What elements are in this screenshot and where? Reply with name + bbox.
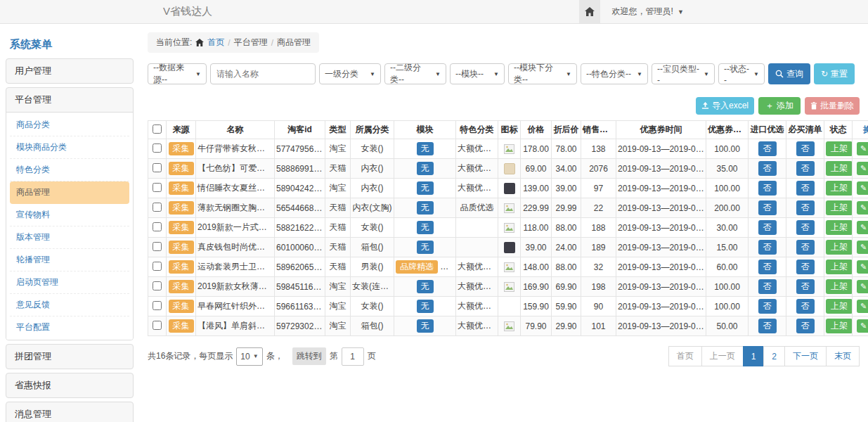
sidebar-item-splash-mgmt[interactable]: 启动页管理 <box>10 271 129 294</box>
import-select-toggle[interactable]: 否 <box>758 299 777 314</box>
edit-button[interactable]: ✎ <box>857 142 868 155</box>
status-button[interactable]: 上架 <box>826 240 853 255</box>
module-select[interactable]: --模块--▼ <box>450 63 505 84</box>
product-thumbnail <box>504 183 515 194</box>
next-page-button[interactable]: 下一页 <box>784 346 827 366</box>
must-buy-toggle[interactable]: 否 <box>796 240 815 255</box>
prev-page-button[interactable]: 上一页 <box>701 346 744 366</box>
import-select-toggle[interactable]: 否 <box>758 181 777 196</box>
category: 女装(连衣裙) <box>351 277 394 297</box>
sidebar-item-module-product-category[interactable]: 模块商品分类 <box>10 136 129 159</box>
jump-to-button[interactable]: 跳转到 <box>292 347 326 365</box>
sidebar-item-carousel-mgmt[interactable]: 轮播管理 <box>10 249 129 271</box>
data-source-select[interactable]: --数据来源--▼ <box>148 63 207 84</box>
edit-button[interactable]: ✎ <box>857 260 868 274</box>
select-all-checkbox[interactable] <box>153 124 162 134</box>
name-search-input[interactable] <box>210 63 316 84</box>
import-select-toggle[interactable]: 否 <box>758 161 777 176</box>
import-excel-button[interactable]: 导入excel <box>696 97 754 115</box>
per-page-select[interactable]: 10 ▼ <box>236 347 262 366</box>
reset-button[interactable]: ↻ 重置 <box>814 63 855 84</box>
feature-category: 大额优惠券 <box>456 139 498 159</box>
page-1-button[interactable]: 1 <box>743 346 765 366</box>
sidebar-item-user-mgmt[interactable]: 用户管理 <box>6 59 133 83</box>
must-buy-toggle[interactable]: 否 <box>796 260 815 274</box>
page-2-button[interactable]: 2 <box>763 346 785 366</box>
row-checkbox[interactable] <box>153 163 162 172</box>
discount-price: 34.00 <box>552 159 581 179</box>
must-buy-toggle[interactable]: 否 <box>796 141 815 156</box>
edit-button[interactable]: ✎ <box>857 162 868 175</box>
status-button[interactable]: 上架 <box>826 200 853 215</box>
status-button[interactable]: 上架 <box>826 220 853 235</box>
home-button[interactable] <box>579 0 600 23</box>
row-checkbox[interactable] <box>153 203 162 212</box>
table-row: 采集2019新款女秋薄款...598451162391淘宝女装(连衣裙)无大额优… <box>148 277 868 297</box>
row-checkbox[interactable] <box>153 242 162 251</box>
import-select-toggle[interactable]: 否 <box>758 220 777 235</box>
source-badge: 采集 <box>169 162 194 174</box>
edit-button[interactable]: ✎ <box>857 201 868 215</box>
breadcrumb-home-link[interactable]: 首页 <box>207 37 224 49</box>
edit-button[interactable]: ✎ <box>857 221 868 234</box>
first-page-button[interactable]: 首页 <box>668 346 702 366</box>
status-button[interactable]: 上架 <box>826 161 853 176</box>
status-button[interactable]: 上架 <box>826 279 853 294</box>
row-checkbox[interactable] <box>153 281 162 290</box>
import-select-toggle[interactable]: 否 <box>758 319 777 333</box>
edit-button[interactable]: ✎ <box>857 319 868 333</box>
feature-category-select[interactable]: --特色分类--▼ <box>581 63 648 84</box>
row-checkbox[interactable] <box>153 183 162 192</box>
row-checkbox[interactable] <box>153 321 162 330</box>
import-select-toggle[interactable]: 否 <box>758 200 777 215</box>
row-checkbox[interactable] <box>153 262 162 271</box>
edit-button[interactable]: ✎ <box>857 181 868 195</box>
page-number-input[interactable] <box>342 347 364 366</box>
app-title: V省钱达人 <box>163 5 212 18</box>
import-select-toggle[interactable]: 否 <box>758 240 777 255</box>
status-select[interactable]: --状态--▼ <box>718 63 765 84</box>
batch-delete-button[interactable]: 批量删除 <box>805 97 860 115</box>
sidebar-item-feature-category[interactable]: 特色分类 <box>10 159 129 181</box>
user-menu[interactable]: 欢迎您，管理员! ▼ <box>611 6 684 18</box>
import-select-toggle[interactable]: 否 <box>758 279 777 294</box>
edit-button[interactable]: ✎ <box>857 300 868 313</box>
sidebar-item-groupbuy-mgmt[interactable]: 拼团管理 <box>6 345 133 369</box>
sidebar-item-platform-config[interactable]: 平台配置 <box>10 316 129 338</box>
must-buy-toggle[interactable]: 否 <box>796 181 815 196</box>
add-button[interactable]: ＋ 添加 <box>758 97 801 115</box>
module-sub-select[interactable]: --模块下分类--▼ <box>508 63 577 84</box>
row-checkbox[interactable] <box>153 301 162 310</box>
feature-category: 大额优惠券 <box>456 257 498 277</box>
status-button[interactable]: 上架 <box>826 299 853 314</box>
category2-select[interactable]: --二级分类--▼ <box>384 63 446 84</box>
status-button[interactable]: 上架 <box>826 141 853 156</box>
edit-button[interactable]: ✎ <box>857 241 868 254</box>
sidebar-item-platform-mgmt[interactable]: 平台管理 <box>6 88 133 112</box>
sidebar-item-feedback[interactable]: 意见反馈 <box>10 294 129 316</box>
sidebar-item-product-mgmt[interactable]: 商品管理 <box>10 181 129 204</box>
status-button[interactable]: 上架 <box>826 181 853 196</box>
must-buy-toggle[interactable]: 否 <box>796 161 815 176</box>
status-button[interactable]: 上架 <box>826 260 853 274</box>
import-select-toggle[interactable]: 否 <box>758 141 777 156</box>
sidebar-item-version-mgmt[interactable]: 版本管理 <box>10 226 129 249</box>
sidebar-item-product-category[interactable]: 商品分类 <box>10 114 129 136</box>
must-buy-toggle[interactable]: 否 <box>796 220 815 235</box>
row-checkbox[interactable] <box>153 222 162 231</box>
edit-button[interactable]: ✎ <box>857 280 868 293</box>
must-buy-toggle[interactable]: 否 <box>796 319 815 333</box>
import-select-toggle[interactable]: 否 <box>758 260 777 274</box>
item-type-select[interactable]: --宝贝类型--▼ <box>652 63 715 84</box>
sidebar-item-message-mgmt[interactable]: 消息管理 <box>6 402 133 422</box>
row-checkbox[interactable] <box>153 143 162 153</box>
sidebar-item-savings-news[interactable]: 省惠快报 <box>6 373 133 397</box>
must-buy-toggle[interactable]: 否 <box>796 200 815 215</box>
must-buy-toggle[interactable]: 否 <box>796 299 815 314</box>
query-button[interactable]: 查询 <box>768 63 810 84</box>
sidebar-item-promo-material[interactable]: 宣传物料 <box>10 204 129 226</box>
category1-select[interactable]: 一级分类▼ <box>319 63 381 84</box>
last-page-button[interactable]: 末页 <box>826 346 860 366</box>
must-buy-toggle[interactable]: 否 <box>796 279 815 294</box>
status-button[interactable]: 上架 <box>826 319 853 333</box>
